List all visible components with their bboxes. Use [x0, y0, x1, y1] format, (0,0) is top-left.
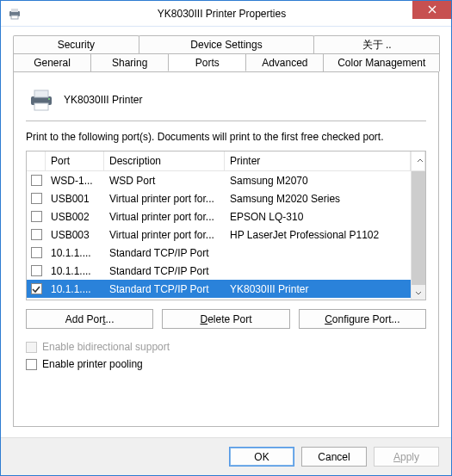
row-checkbox[interactable]	[31, 247, 42, 258]
col-port[interactable]: Port	[46, 151, 104, 170]
apply-button: Apply	[374, 447, 439, 467]
table-row[interactable]: USB002Virtual printer port for...EPSON L…	[27, 207, 411, 226]
table-body: WSD-1...WSD PortSamsung M2070USB001Virtu…	[27, 171, 425, 300]
cell-printer: YK8030III Printer	[225, 283, 411, 295]
chevron-up-icon	[417, 155, 424, 167]
tab-row-2: General Sharing Ports Advanced Color Man…	[13, 53, 439, 71]
cell-printer: Samsung M2070	[225, 175, 411, 187]
tab-label: Ports	[195, 57, 220, 69]
delete-port-button[interactable]: Delete Port	[162, 309, 289, 329]
row-checkbox[interactable]	[31, 229, 42, 240]
tab-label: 关于 ..	[362, 38, 392, 53]
tab-label: Security	[58, 39, 95, 51]
intro-text: Print to the following port(s). Document…	[26, 130, 426, 144]
printer-properties-window: YK8030III Printer Properties Security De…	[0, 0, 452, 476]
tab-label: Device Settings	[190, 39, 262, 51]
cell-port: USB003	[46, 229, 104, 241]
tab-label: Advanced	[262, 57, 307, 69]
cell-description: Standard TCP/IP Port	[104, 283, 225, 295]
cell-description: Standard TCP/IP Port	[104, 265, 225, 277]
row-checkbox[interactable]	[31, 211, 42, 222]
cell-port: USB001	[46, 193, 104, 205]
tab-label: Color Management	[337, 57, 425, 69]
dialog-body: Security Device Settings 关于 .. General S…	[1, 27, 451, 437]
close-icon	[428, 4, 437, 16]
tab-strip: Security Device Settings 关于 .. General S…	[13, 35, 439, 71]
divider	[26, 121, 426, 121]
table-row[interactable]: USB001Virtual printer port for...Samsung…	[27, 189, 411, 207]
row-checkbox[interactable]	[31, 283, 42, 294]
col-printer[interactable]: Printer	[225, 151, 411, 170]
checkbox-icon	[26, 359, 37, 370]
button-label: Cancel	[318, 451, 350, 463]
row-checkbox[interactable]	[31, 193, 42, 204]
scrollbar-thumb[interactable]	[412, 171, 425, 285]
close-button[interactable]	[412, 1, 451, 19]
tab-security[interactable]: Security	[13, 35, 139, 53]
cell-description: Virtual printer port for...	[104, 211, 225, 223]
svg-rect-5	[34, 103, 48, 110]
cancel-button[interactable]: Cancel	[301, 447, 367, 467]
port-buttons-row: Add Port... Delete Port Configure Port..…	[26, 309, 426, 329]
cell-port: WSD-1...	[46, 175, 104, 187]
chevron-down-icon	[415, 287, 422, 299]
ports-table: Port Description Printer WSD-1...WSD Por…	[26, 151, 426, 300]
button-label: OK	[254, 451, 269, 463]
enable-pooling-check[interactable]: Enable printer pooling	[26, 358, 426, 370]
cell-printer: Samsung M2020 Series	[225, 193, 411, 205]
table-header: Port Description Printer	[27, 151, 425, 171]
printer-header: YK8030III Printer	[28, 88, 424, 112]
printer-icon	[28, 88, 55, 112]
scroll-up-header	[411, 151, 425, 170]
checkbox-icon	[26, 342, 37, 353]
cell-printer: HP LaserJet Professional P1102	[225, 229, 411, 241]
col-description[interactable]: Description	[104, 151, 225, 170]
cell-port: USB002	[46, 211, 104, 223]
cell-port: 10.1.1....	[46, 283, 104, 295]
table-row[interactable]: 10.1.1....Standard TCP/IP Port	[27, 244, 411, 262]
tab-label: Sharing	[112, 57, 147, 69]
printer-name: YK8030III Printer	[64, 94, 142, 106]
vertical-scrollbar[interactable]	[411, 171, 425, 300]
check-label: Enable bidirectional support	[42, 341, 170, 353]
tab-label: General	[34, 57, 71, 69]
options-checks: Enable bidirectional support Enable prin…	[26, 341, 426, 370]
row-checkbox[interactable]	[31, 265, 42, 276]
table-row[interactable]: 10.1.1....Standard TCP/IP PortYK8030III …	[27, 280, 411, 298]
window-title: YK8030III Printer Properties	[0, 8, 451, 20]
tab-device-settings[interactable]: Device Settings	[139, 35, 315, 53]
button-label: Configure Port...	[325, 313, 399, 325]
svg-point-6	[48, 98, 50, 100]
check-label: Enable printer pooling	[42, 358, 143, 370]
tab-about[interactable]: 关于 ..	[313, 35, 440, 53]
tab-sharing[interactable]: Sharing	[90, 53, 169, 71]
enable-bidirectional-check: Enable bidirectional support	[26, 341, 426, 353]
cell-description: WSD Port	[104, 175, 225, 187]
tab-color-management[interactable]: Color Management	[323, 53, 440, 71]
configure-port-button[interactable]: Configure Port...	[299, 309, 426, 329]
table-row[interactable]: USB003Virtual printer port for...HP Lase…	[27, 226, 411, 244]
cell-port: 10.1.1....	[46, 247, 104, 259]
cell-printer: EPSON LQ-310	[225, 211, 411, 223]
tab-general[interactable]: General	[13, 53, 91, 71]
button-label: Delete Port	[200, 313, 251, 325]
row-checkbox[interactable]	[31, 175, 42, 186]
button-label: Apply	[393, 451, 419, 463]
dialog-footer: OK Cancel Apply	[1, 437, 451, 475]
svg-rect-4	[34, 90, 48, 97]
ok-button[interactable]: OK	[229, 447, 294, 467]
add-port-button[interactable]: Add Port...	[26, 309, 153, 329]
table-row[interactable]: WSD-1...WSD PortSamsung M2070	[27, 171, 411, 189]
tab-advanced[interactable]: Advanced	[245, 53, 324, 71]
cell-description: Standard TCP/IP Port	[104, 247, 225, 259]
button-label: Add Port...	[65, 313, 115, 325]
table-row[interactable]: 10.1.1....Standard TCP/IP Port	[27, 262, 411, 280]
titlebar: YK8030III Printer Properties	[1, 1, 451, 27]
cell-description: Virtual printer port for...	[104, 229, 225, 241]
tab-row-1: Security Device Settings 关于 ..	[13, 35, 439, 53]
ports-tab-content: YK8030III Printer Print to the following…	[13, 71, 439, 427]
tab-ports[interactable]: Ports	[168, 53, 246, 71]
cell-port: 10.1.1....	[46, 265, 104, 277]
scroll-down-button[interactable]	[412, 285, 425, 300]
cell-description: Virtual printer port for...	[104, 193, 225, 205]
